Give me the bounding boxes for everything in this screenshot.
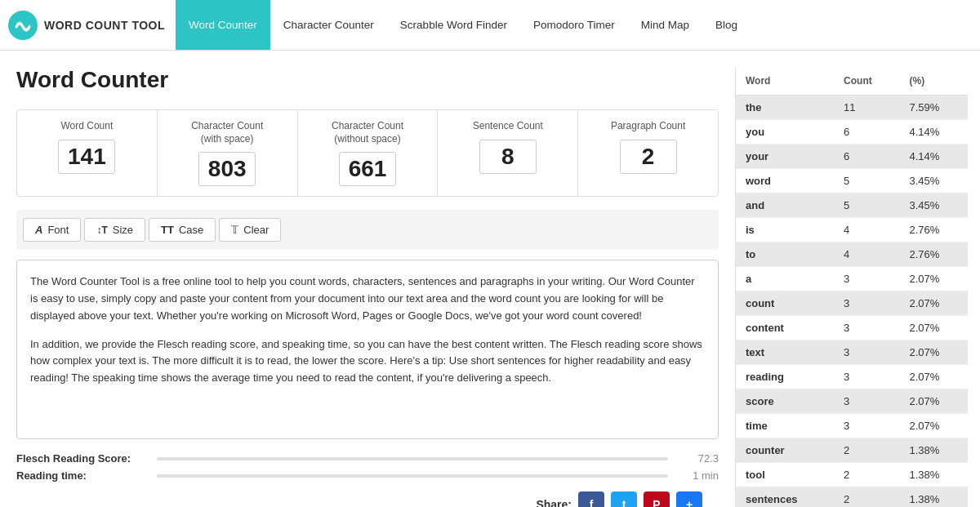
freq-count: 11 <box>834 96 899 120</box>
nav-item-pomodoro[interactable]: Pomodoro Timer <box>520 0 628 50</box>
clear-icon: 𝕋 <box>231 224 238 236</box>
case-icon: TT <box>161 224 174 236</box>
table-row: your 6 4.14% <box>736 145 968 169</box>
text-paragraph-2: In addition, we provide the Flesch readi… <box>30 336 705 387</box>
toolbar: A Font ↕T Size TT Case 𝕋 Clear <box>16 210 719 250</box>
share-twitter-button[interactable]: t <box>611 491 637 507</box>
facebook-icon: f <box>590 498 594 507</box>
stat-label-paragraph: Paragraph Count <box>586 120 710 133</box>
right-panel: Word Count (%) the 11 7.59% you 6 4.14% … <box>735 67 968 507</box>
text-area[interactable]: The Word Counter Tool is a free online t… <box>16 260 719 439</box>
freq-count: 2 <box>834 463 899 487</box>
freq-table-body: the 11 7.59% you 6 4.14% your 6 4.14% wo… <box>736 96 968 508</box>
share-pinterest-button[interactable]: P <box>644 491 670 507</box>
table-row: a 3 2.07% <box>736 267 968 291</box>
freq-table-header: Word Count (%) <box>736 67 968 96</box>
reading-time-bar <box>157 474 668 478</box>
logo-area: WORD COUNT TOOL <box>8 11 176 40</box>
freq-pct: 1.38% <box>900 438 968 463</box>
share-plus-icon: + <box>686 498 693 507</box>
freq-pct: 7.59% <box>900 96 968 120</box>
reading-time-label: Reading time: <box>16 469 147 482</box>
frequency-table: Word Count (%) the 11 7.59% you 6 4.14% … <box>736 67 968 507</box>
freq-pct: 2.07% <box>900 267 968 291</box>
stat-label-word-count: Word Count <box>25 120 149 133</box>
table-row: reading 3 2.07% <box>736 365 968 389</box>
main-container: Word Counter Word Count 141 Character Co… <box>0 51 980 507</box>
freq-count: 3 <box>834 291 899 316</box>
freq-pct: 2.07% <box>900 365 968 389</box>
logo-text: WORD COUNT TOOL <box>44 19 165 32</box>
size-icon: ↕T <box>96 225 107 236</box>
col-header-pct: (%) <box>900 67 968 96</box>
freq-word: the <box>736 96 834 120</box>
size-label: Size <box>113 224 133 236</box>
freq-word: count <box>736 291 834 316</box>
freq-word: a <box>736 267 834 291</box>
freq-count: 4 <box>834 242 899 267</box>
table-row: word 5 3.45% <box>736 169 968 193</box>
freq-pct: 1.38% <box>900 487 968 508</box>
nav-item-mindmap[interactable]: Mind Map <box>628 0 702 50</box>
table-row: to 4 2.76% <box>736 242 968 267</box>
font-icon: A <box>35 224 42 236</box>
table-row: the 11 7.59% <box>736 96 968 120</box>
table-row: time 3 2.07% <box>736 414 968 438</box>
table-row: count 3 2.07% <box>736 291 968 316</box>
reading-time-row: Reading time: 1 min <box>16 469 719 482</box>
freq-pct: 2.76% <box>900 242 968 267</box>
logo-icon <box>8 11 38 40</box>
nav-item-character-counter[interactable]: Character Counter <box>270 0 387 50</box>
bottom-stats: Flesch Reading Score: 72.3 Reading time:… <box>16 452 719 482</box>
case-label: Case <box>179 224 203 236</box>
freq-word: and <box>736 193 834 218</box>
stat-value-char-space: 803 <box>198 152 256 186</box>
table-row: sentences 2 1.38% <box>736 487 968 508</box>
share-row: Share: f t P + <box>16 491 719 507</box>
freq-word: counter <box>736 438 834 463</box>
freq-word: reading <box>736 365 834 389</box>
stat-value-word-count: 141 <box>58 140 115 174</box>
freq-word: content <box>736 316 834 340</box>
share-facebook-button[interactable]: f <box>578 491 604 507</box>
table-row: and 5 3.45% <box>736 193 968 218</box>
clear-button[interactable]: 𝕋 Clear <box>219 218 281 242</box>
freq-count: 2 <box>834 438 899 463</box>
reading-time-value: 1 min <box>678 469 719 482</box>
font-button[interactable]: A Font <box>23 218 81 242</box>
nav-item-scrabble[interactable]: Scrabble Word Finder <box>387 0 520 50</box>
stat-word-count: Word Count 141 <box>17 110 158 196</box>
freq-word: sentences <box>736 487 834 508</box>
font-label: Font <box>47 224 69 236</box>
freq-count: 5 <box>834 169 899 193</box>
share-more-button[interactable]: + <box>676 491 702 507</box>
pinterest-icon: P <box>653 498 660 507</box>
left-panel: Word Counter Word Count 141 Character Co… <box>0 67 735 507</box>
case-button[interactable]: TT Case <box>149 218 216 242</box>
nav-item-word-counter[interactable]: Word Counter <box>176 0 270 50</box>
stat-value-paragraph: 2 <box>620 140 677 174</box>
freq-count: 3 <box>834 267 899 291</box>
freq-pct: 3.45% <box>900 169 968 193</box>
stat-sentence-count: Sentence Count 8 <box>438 110 578 196</box>
freq-word: to <box>736 242 834 267</box>
stats-row: Word Count 141 Character Count(with spac… <box>16 109 719 197</box>
share-label: Share: <box>536 498 572 507</box>
freq-word: time <box>736 414 834 438</box>
freq-word: is <box>736 218 834 242</box>
freq-count: 5 <box>834 193 899 218</box>
freq-pct: 2.07% <box>900 291 968 316</box>
page-title: Word Counter <box>16 67 719 93</box>
freq-pct: 4.14% <box>900 120 968 145</box>
table-row: score 3 2.07% <box>736 389 968 414</box>
stat-label-char-space: Character Count(with space) <box>166 120 289 145</box>
header: WORD COUNT TOOL Word Counter Character C… <box>0 0 980 51</box>
nav-item-blog[interactable]: Blog <box>702 0 751 50</box>
freq-word: score <box>736 389 834 414</box>
table-row: content 3 2.07% <box>736 316 968 340</box>
size-button[interactable]: ↕T Size <box>84 218 145 242</box>
col-header-word: Word <box>736 67 834 96</box>
table-row: counter 2 1.38% <box>736 438 968 463</box>
stat-char-count-nospace: Character Count(without space) 661 <box>298 110 439 196</box>
freq-count: 3 <box>834 365 899 389</box>
